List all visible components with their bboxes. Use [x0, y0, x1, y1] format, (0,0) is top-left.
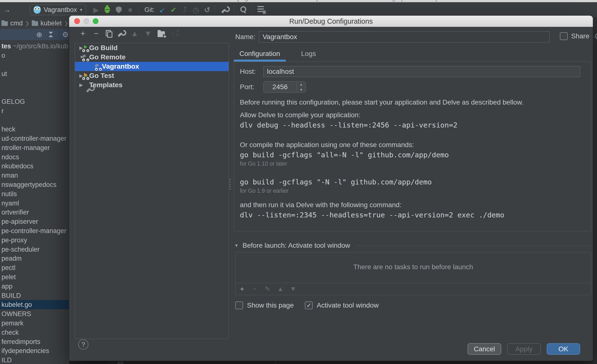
project-tree-item[interactable]: pe-scheduler	[1, 245, 40, 254]
config-tree-item-go-test[interactable]: ▶Go Test	[75, 71, 229, 80]
move-up-icon[interactable]: ▲	[131, 30, 139, 37]
add-icon[interactable]: +	[79, 30, 87, 37]
project-tree-item[interactable]: check	[1, 328, 19, 337]
ok-button[interactable]: OK	[547, 343, 580, 355]
project-tree-item[interactable]: heck	[1, 125, 15, 134]
undo-icon[interactable]: ↺	[202, 6, 213, 14]
git-label: Git:	[144, 6, 155, 14]
chevron-down-icon: ▾	[80, 7, 82, 13]
project-tree-item[interactable]: tes ~/go/src/k8s.io/kub	[1, 42, 68, 51]
project-tree-item[interactable]: ud-controller-manager	[1, 134, 66, 143]
editor-tab-fragment: .g	[593, 32, 597, 39]
project-tree-item[interactable]: nyaml	[1, 199, 19, 208]
remove-task-icon[interactable]: −	[252, 285, 258, 293]
dialog-buttons: Cancel Apply OK	[468, 343, 580, 355]
share-label: Share	[571, 32, 589, 40]
project-tree-item[interactable]: pe-apiserver	[1, 217, 38, 226]
share-option: Share	[560, 32, 589, 40]
save-all-icon[interactable]	[257, 6, 264, 13]
edit-task-icon[interactable]: ✎	[264, 285, 271, 293]
before-launch-title: Before launch: Activate tool window	[243, 242, 350, 249]
remove-icon[interactable]: −	[92, 30, 100, 37]
sort-configurations-icon[interactable]: ↓a z	[171, 29, 179, 38]
project-tree-item[interactable]: pectl	[1, 263, 15, 272]
add-task-icon[interactable]: +	[239, 285, 245, 293]
project-tree-item[interactable]: pe-proxy	[1, 236, 27, 245]
project-tree-item[interactable]: pemark	[1, 319, 23, 328]
expand-arrow-icon[interactable]: ▶	[79, 82, 86, 88]
move-down-icon[interactable]: ▼	[144, 30, 152, 37]
project-tree-item[interactable]: nkubedocs	[1, 161, 33, 171]
project-tree-item[interactable]: BUILD	[1, 291, 21, 300]
copy-configuration-icon[interactable]	[106, 30, 112, 37]
edit-templates-icon[interactable]	[117, 30, 125, 37]
project-tree-item[interactable]: nman	[1, 171, 18, 180]
project-tree-item-selected[interactable]: kubelet.go	[0, 300, 71, 309]
settings-wrench-icon[interactable]	[221, 6, 229, 14]
config-tree-item-templates[interactable]: ▶Templates	[75, 80, 229, 90]
stop-icon[interactable]: ■	[125, 6, 136, 14]
project-tree-item[interactable]: pelet	[1, 272, 16, 282]
port-value[interactable]: 2456	[264, 82, 297, 92]
project-tree-item[interactable]: ut	[1, 69, 7, 78]
show-this-page-checkbox[interactable]	[235, 301, 243, 309]
config-tree-item-vagrantbox[interactable]: (((Vagrantbox	[75, 62, 229, 71]
project-tree-item[interactable]: ifydependencies	[1, 346, 49, 355]
spin-up-icon[interactable]: ▲	[297, 82, 306, 87]
project-tree-item[interactable]: nswaggertypedocs	[1, 180, 56, 189]
config-tree-item-go-remote[interactable]: ▼(((Go Remote	[75, 53, 229, 62]
project-tree-item[interactable]: OWNERS	[1, 309, 31, 319]
port-stepper[interactable]: 2456 ▲ ▼	[263, 81, 306, 93]
dlv-exec-command: dlv --listen=:2345 --headless=true --api…	[240, 211, 585, 219]
spin-down-icon[interactable]: ▼	[297, 87, 306, 92]
project-tree-item[interactable]: ferredimports	[1, 337, 40, 346]
search-icon[interactable]	[239, 6, 247, 14]
host-input[interactable]: localhost	[263, 66, 580, 77]
task-down-icon[interactable]: ▼	[290, 285, 296, 293]
project-tree-item[interactable]: ntroller-manager	[1, 143, 50, 152]
config-tree-item-go-build[interactable]: ▶Go Build	[75, 43, 229, 53]
allow-delve-text: Allow Delve to compile your application:	[240, 111, 585, 119]
git-commit-icon[interactable]: ✔	[168, 6, 179, 14]
help-button[interactable]: ?	[78, 339, 88, 350]
cancel-button[interactable]: Cancel	[468, 343, 501, 355]
git-merge-icon[interactable]: ⤴	[179, 6, 190, 14]
project-tree-item[interactable]: nutils	[1, 189, 17, 199]
project-tree-item[interactable]: ILD	[1, 355, 12, 364]
intro-text: Before running this configuration, pleas…	[240, 98, 585, 106]
project-tree-item[interactable]: o	[1, 51, 5, 60]
project-tree-item[interactable]: pe-controller-manager	[1, 226, 66, 236]
apply-button[interactable]: Apply	[507, 343, 541, 355]
editor-guide-line	[276, 361, 276, 364]
port-spin-buttons[interactable]: ▲ ▼	[297, 82, 306, 92]
project-tree-item[interactable]: r	[1, 106, 4, 116]
activate-tool-window-checkbox[interactable]: ✓	[305, 301, 313, 309]
dialog-titlebar[interactable]: Run/Debug Configurations	[69, 16, 593, 27]
background-window-title: kubernetes [~/go/src/k8s.io/kubernetes] …	[203, 0, 437, 2]
task-up-icon[interactable]: ▲	[277, 285, 283, 293]
tab-logs[interactable]: Logs	[301, 50, 316, 58]
configurations-tree: ▶Go Build▼(((Go Remote(((Vagrantbox▶Go T…	[75, 43, 229, 339]
dlv-debug-command: dlv debug --headless --listen=:2456 --ap…	[240, 121, 585, 129]
share-checkbox[interactable]	[560, 32, 568, 40]
project-tree-item[interactable]: ortverifier	[1, 208, 29, 217]
debug-icon[interactable]	[105, 6, 110, 13]
go-build-110-command: go build -gcflags "all=-N -l" github.com…	[240, 151, 585, 159]
history-icon[interactable]: ◷	[190, 6, 202, 14]
go-110-note: for Go 1.10 or later	[240, 161, 585, 167]
project-tree-item[interactable]: peadm	[1, 254, 22, 263]
name-input[interactable]: Vagrantbox	[259, 31, 550, 43]
collapse-triangle-icon[interactable]: ▼	[234, 243, 239, 248]
tab-configuration[interactable]: Configuration	[239, 50, 280, 58]
project-tree-item[interactable]: app	[1, 282, 12, 291]
coverage-icon[interactable]	[116, 6, 122, 13]
create-folder-icon[interactable]	[158, 31, 165, 37]
git-update-icon[interactable]: ↙	[157, 6, 168, 14]
dialog-title: Run/Debug Configurations	[69, 17, 593, 25]
splitter-handle[interactable]	[229, 178, 231, 190]
project-tree-item[interactable]: ndocs	[1, 152, 19, 162]
before-launch-header[interactable]: ▼ Before launch: Activate tool window	[234, 242, 591, 249]
show-this-page-label: Show this page	[247, 301, 294, 309]
run-icon[interactable]: ▶	[90, 6, 102, 14]
project-tree-item[interactable]: GELOG	[1, 97, 25, 106]
